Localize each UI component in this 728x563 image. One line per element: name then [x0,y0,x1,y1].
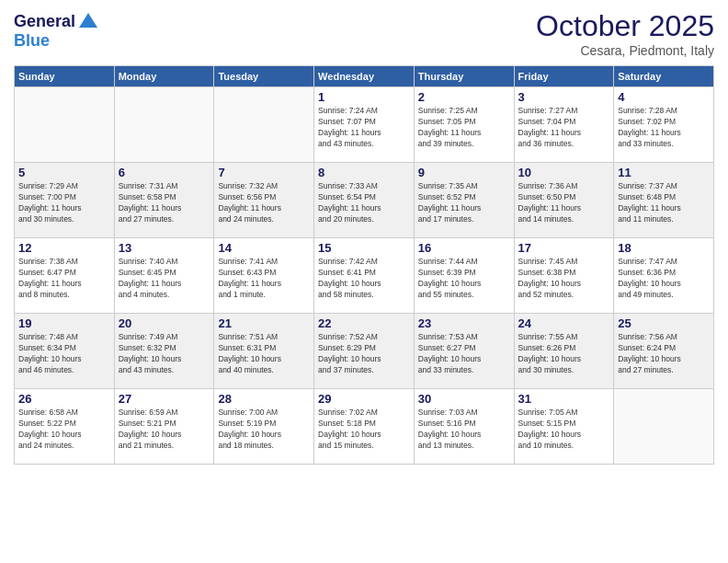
header-tuesday: Tuesday [214,66,314,87]
day-number: 17 [518,241,610,255]
calendar-week-row: 5Sunrise: 7:29 AMSunset: 7:00 PMDaylight… [15,163,714,238]
day-number: 15 [318,241,410,255]
table-row: 24Sunrise: 7:55 AMSunset: 6:26 PMDayligh… [514,314,614,389]
day-number: 20 [119,316,210,330]
calendar-week-row: 1Sunrise: 7:24 AMSunset: 7:07 PMDaylight… [15,87,714,163]
header-friday: Friday [514,66,614,87]
table-row: 15Sunrise: 7:42 AMSunset: 6:41 PMDayligh… [314,238,415,314]
table-row: 19Sunrise: 7:48 AMSunset: 6:34 PMDayligh… [15,314,115,389]
header: General Blue October 2025 Cesara, Piedmo… [14,9,714,58]
table-row: 1Sunrise: 7:24 AMSunset: 7:07 PMDaylight… [314,87,415,163]
title-block: October 2025 Cesara, Piedmont, Italy [536,9,714,58]
day-info: Sunrise: 7:42 AMSunset: 6:41 PMDaylight:… [318,257,410,301]
month-title: October 2025 [536,9,714,43]
day-number: 30 [418,392,510,406]
page-container: General Blue October 2025 Cesara, Piedmo… [0,0,728,563]
calendar-week-row: 26Sunrise: 6:58 AMSunset: 5:22 PMDayligh… [15,389,714,465]
table-row: 9Sunrise: 7:35 AMSunset: 6:52 PMDaylight… [414,163,514,238]
day-info: Sunrise: 7:53 AMSunset: 6:27 PMDaylight:… [418,332,510,376]
day-info: Sunrise: 7:47 AMSunset: 6:36 PMDaylight:… [618,257,710,301]
day-number: 31 [518,392,610,406]
day-info: Sunrise: 7:27 AMSunset: 7:04 PMDaylight:… [518,106,610,150]
day-number: 27 [119,392,210,406]
day-info: Sunrise: 7:36 AMSunset: 6:50 PMDaylight:… [518,181,610,225]
logo-text: General [14,13,75,31]
location-subtitle: Cesara, Piedmont, Italy [536,43,714,58]
table-row: 8Sunrise: 7:33 AMSunset: 6:54 PMDaylight… [314,163,415,238]
table-row [214,87,314,163]
day-number: 16 [418,241,510,255]
header-thursday: Thursday [414,66,514,87]
header-monday: Monday [114,66,214,87]
day-number: 29 [318,392,410,406]
day-info: Sunrise: 7:00 AMSunset: 5:19 PMDaylight:… [218,408,310,452]
day-info: Sunrise: 7:56 AMSunset: 6:24 PMDaylight:… [618,332,710,376]
day-number: 7 [218,166,310,179]
day-info: Sunrise: 7:03 AMSunset: 5:16 PMDaylight:… [418,408,510,452]
day-number: 28 [218,392,310,406]
table-row: 23Sunrise: 7:53 AMSunset: 6:27 PMDayligh… [414,314,514,389]
day-number: 6 [119,166,210,179]
day-info: Sunrise: 6:59 AMSunset: 5:21 PMDaylight:… [119,408,210,452]
table-row [614,389,714,465]
table-row: 21Sunrise: 7:51 AMSunset: 6:31 PMDayligh… [214,314,314,389]
table-row: 6Sunrise: 7:31 AMSunset: 6:58 PMDaylight… [114,163,214,238]
day-info: Sunrise: 7:37 AMSunset: 6:48 PMDaylight:… [618,181,710,225]
day-info: Sunrise: 7:48 AMSunset: 6:34 PMDaylight:… [18,332,110,376]
table-row: 28Sunrise: 7:00 AMSunset: 5:19 PMDayligh… [214,389,314,465]
day-number: 23 [418,316,510,330]
table-row: 4Sunrise: 7:28 AMSunset: 7:02 PMDaylight… [614,87,714,163]
day-number: 10 [518,166,610,179]
day-info: Sunrise: 7:24 AMSunset: 7:07 PMDaylight:… [318,106,410,150]
table-row: 2Sunrise: 7:25 AMSunset: 7:05 PMDaylight… [414,87,514,163]
table-row: 17Sunrise: 7:45 AMSunset: 6:38 PMDayligh… [514,238,614,314]
table-row: 18Sunrise: 7:47 AMSunset: 6:36 PMDayligh… [614,238,714,314]
day-number: 9 [418,166,510,179]
header-sunday: Sunday [15,66,115,87]
table-row: 10Sunrise: 7:36 AMSunset: 6:50 PMDayligh… [514,163,614,238]
table-row: 11Sunrise: 7:37 AMSunset: 6:48 PMDayligh… [614,163,714,238]
day-number: 25 [618,316,710,330]
day-info: Sunrise: 7:31 AMSunset: 6:58 PMDaylight:… [119,181,210,225]
table-row: 7Sunrise: 7:32 AMSunset: 6:56 PMDaylight… [214,163,314,238]
table-row: 25Sunrise: 7:56 AMSunset: 6:24 PMDayligh… [614,314,714,389]
day-info: Sunrise: 7:32 AMSunset: 6:56 PMDaylight:… [218,181,310,225]
calendar-table: Sunday Monday Tuesday Wednesday Thursday… [14,65,714,465]
table-row: 29Sunrise: 7:02 AMSunset: 5:18 PMDayligh… [314,389,415,465]
table-row: 22Sunrise: 7:52 AMSunset: 6:29 PMDayligh… [314,314,415,389]
day-info: Sunrise: 7:38 AMSunset: 6:47 PMDaylight:… [18,257,110,301]
table-row: 26Sunrise: 6:58 AMSunset: 5:22 PMDayligh… [15,389,115,465]
day-info: Sunrise: 7:33 AMSunset: 6:54 PMDaylight:… [318,181,410,225]
table-row: 16Sunrise: 7:44 AMSunset: 6:39 PMDayligh… [414,238,514,314]
table-row: 12Sunrise: 7:38 AMSunset: 6:47 PMDayligh… [15,238,115,314]
day-info: Sunrise: 7:40 AMSunset: 6:45 PMDaylight:… [119,257,210,301]
header-saturday: Saturday [614,66,714,87]
day-number: 12 [18,241,110,255]
day-number: 22 [318,316,410,330]
day-number: 2 [418,90,510,104]
calendar-week-row: 19Sunrise: 7:48 AMSunset: 6:34 PMDayligh… [15,314,714,389]
day-number: 11 [618,166,710,179]
day-number: 1 [318,90,410,104]
table-row: 3Sunrise: 7:27 AMSunset: 7:04 PMDaylight… [514,87,614,163]
day-info: Sunrise: 7:45 AMSunset: 6:38 PMDaylight:… [518,257,610,301]
day-number: 19 [18,316,110,330]
day-number: 13 [119,241,210,255]
day-info: Sunrise: 7:02 AMSunset: 5:18 PMDaylight:… [318,408,410,452]
table-row [114,87,214,163]
day-number: 5 [18,166,110,179]
table-row: 5Sunrise: 7:29 AMSunset: 7:00 PMDaylight… [15,163,115,238]
table-row: 13Sunrise: 7:40 AMSunset: 6:45 PMDayligh… [114,238,214,314]
table-row: 27Sunrise: 6:59 AMSunset: 5:21 PMDayligh… [114,389,214,465]
calendar-header-row: Sunday Monday Tuesday Wednesday Thursday… [15,66,714,87]
day-number: 24 [518,316,610,330]
table-row: 20Sunrise: 7:49 AMSunset: 6:32 PMDayligh… [114,314,214,389]
day-info: Sunrise: 7:25 AMSunset: 7:05 PMDaylight:… [418,106,510,150]
day-info: Sunrise: 7:29 AMSunset: 7:00 PMDaylight:… [18,181,110,225]
day-number: 4 [618,90,710,104]
day-info: Sunrise: 7:55 AMSunset: 6:26 PMDaylight:… [518,332,610,376]
logo-icon [75,9,101,35]
day-info: Sunrise: 7:52 AMSunset: 6:29 PMDaylight:… [318,332,410,376]
calendar-week-row: 12Sunrise: 7:38 AMSunset: 6:47 PMDayligh… [15,238,714,314]
day-info: Sunrise: 7:05 AMSunset: 5:15 PMDaylight:… [518,408,610,452]
